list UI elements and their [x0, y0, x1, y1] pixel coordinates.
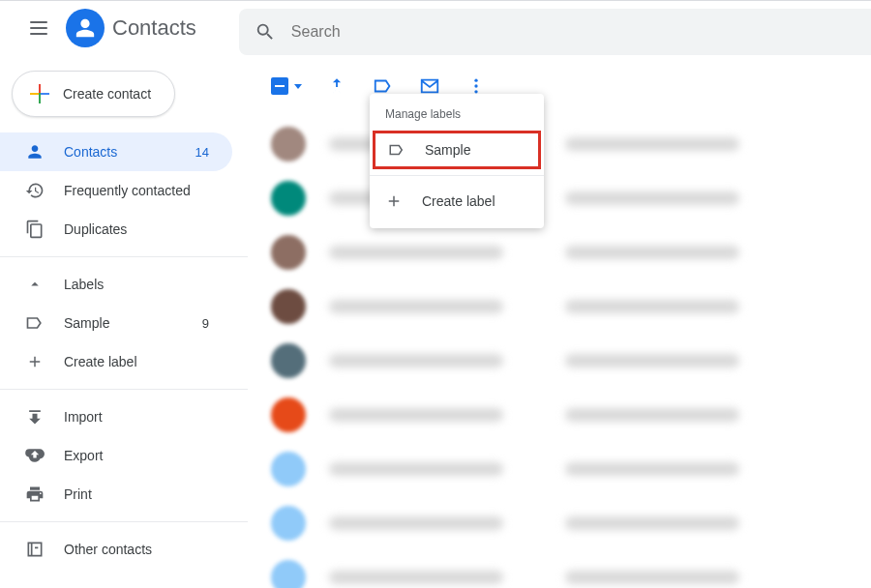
- contact-avatar: [271, 181, 306, 216]
- chevron-up-icon: [23, 276, 46, 293]
- contact-row[interactable]: [271, 334, 871, 388]
- contact-avatar: [271, 397, 306, 432]
- print-icon: [23, 485, 46, 504]
- main-menu-button[interactable]: [15, 5, 62, 51]
- sidebar-label-sample[interactable]: Sample 9: [0, 304, 232, 342]
- contact-email-blurred: [565, 246, 739, 259]
- history-icon: [23, 181, 46, 200]
- search-bar[interactable]: [239, 9, 871, 55]
- svg-point-0: [474, 79, 477, 82]
- popup-create-label-text: Create label: [422, 193, 496, 209]
- create-contact-label: Create contact: [63, 86, 151, 102]
- sidebar-labels-header[interactable]: Labels: [0, 265, 232, 304]
- contact-avatar: [271, 289, 306, 324]
- popup-item-label: Sample: [425, 142, 470, 158]
- contact-avatar: [271, 560, 306, 588]
- import-label: Import: [64, 409, 209, 425]
- manage-labels-popup: Manage labels Sample Create label: [370, 94, 544, 228]
- sidebar-print[interactable]: Print: [0, 475, 232, 514]
- app-logo[interactable]: Contacts: [66, 9, 196, 47]
- merge-icon: [326, 75, 347, 97]
- svg-point-1: [474, 84, 477, 87]
- sidebar-item-contacts[interactable]: Contacts 14: [0, 132, 232, 171]
- search-input[interactable]: [291, 23, 856, 41]
- contact-row[interactable]: [271, 496, 871, 550]
- import-icon: [23, 407, 46, 426]
- labels-header-label: Labels: [64, 277, 209, 292]
- selection-toolbar: [248, 63, 871, 109]
- sidebar-item-label: Contacts: [64, 144, 195, 160]
- sidebar-create-label[interactable]: Create label: [0, 342, 232, 381]
- contact-row[interactable]: [271, 225, 871, 279]
- sidebar-item-count: 14: [195, 145, 209, 160]
- plus-icon: [385, 192, 405, 210]
- contact-name-blurred: [329, 408, 503, 422]
- contact-name-blurred: [329, 300, 503, 313]
- archive-icon: [23, 540, 46, 559]
- contact-email-blurred: [565, 408, 739, 422]
- main-content: Manage labels Sample Create label: [248, 55, 871, 588]
- contact-name-blurred: [329, 354, 503, 368]
- contact-email-blurred: [565, 191, 739, 205]
- sidebar-import[interactable]: Import: [0, 397, 232, 436]
- checkbox-indeterminate-icon: [271, 77, 288, 95]
- label-icon: [388, 141, 407, 159]
- contact-email-blurred: [565, 516, 739, 530]
- svg-point-2: [474, 90, 477, 93]
- popup-header: Manage labels: [370, 102, 544, 131]
- person-icon: [23, 142, 46, 162]
- contact-name-blurred: [329, 516, 503, 530]
- contact-email-blurred: [565, 354, 739, 368]
- contact-avatar: [271, 127, 306, 162]
- sidebar-item-label: Duplicates: [64, 221, 209, 237]
- contact-avatar: [271, 343, 306, 378]
- hamburger-icon: [30, 21, 47, 35]
- label-icon: [23, 313, 46, 333]
- contact-name-blurred: [329, 571, 503, 584]
- contact-row[interactable]: [271, 550, 871, 588]
- sidebar-label-count: 9: [202, 316, 209, 331]
- search-icon: [255, 21, 276, 43]
- app-title: Contacts: [112, 15, 196, 41]
- sidebar: Create contact Contacts 14 Frequently co…: [0, 55, 248, 588]
- contact-row[interactable]: [271, 442, 871, 496]
- divider: [370, 175, 544, 176]
- create-plus-icon: [28, 82, 51, 105]
- more-vert-icon: [466, 76, 486, 96]
- sidebar-other-contacts[interactable]: Other contacts: [0, 530, 232, 569]
- contact-row[interactable]: [271, 171, 871, 225]
- contact-list: [248, 109, 871, 588]
- contact-email-blurred: [565, 462, 739, 476]
- select-all-dropdown[interactable]: [271, 77, 302, 95]
- popup-create-label[interactable]: Create label: [370, 182, 544, 220]
- contact-avatar: [271, 235, 306, 270]
- sidebar-item-label: Frequently contacted: [64, 183, 209, 198]
- create-label-text: Create label: [64, 354, 209, 369]
- export-icon: [23, 446, 46, 465]
- divider: [0, 521, 248, 522]
- contact-row[interactable]: [271, 117, 871, 171]
- plus-icon: [23, 353, 46, 370]
- duplicates-icon: [23, 220, 46, 239]
- contact-row[interactable]: [271, 388, 871, 442]
- contact-email-blurred: [565, 571, 739, 584]
- other-contacts-label: Other contacts: [64, 542, 209, 557]
- contact-email-blurred: [565, 137, 739, 151]
- sidebar-item-duplicates[interactable]: Duplicates: [0, 210, 232, 249]
- contact-name-blurred: [329, 246, 503, 259]
- contact-avatar: [271, 452, 306, 486]
- create-contact-button[interactable]: Create contact: [12, 71, 175, 117]
- contacts-logo-icon: [66, 9, 105, 47]
- merge-button[interactable]: [325, 74, 348, 98]
- sidebar-item-frequent[interactable]: Frequently contacted: [0, 171, 232, 210]
- contact-avatar: [271, 506, 306, 541]
- popup-label-sample[interactable]: Sample: [373, 131, 541, 169]
- export-label: Export: [64, 448, 209, 463]
- dropdown-arrow-icon: [294, 84, 302, 89]
- sidebar-export[interactable]: Export: [0, 436, 232, 475]
- sidebar-label-text: Sample: [64, 315, 202, 331]
- contact-name-blurred: [329, 462, 503, 476]
- contact-email-blurred: [565, 300, 739, 313]
- contact-row[interactable]: [271, 279, 871, 334]
- print-label: Print: [64, 486, 209, 502]
